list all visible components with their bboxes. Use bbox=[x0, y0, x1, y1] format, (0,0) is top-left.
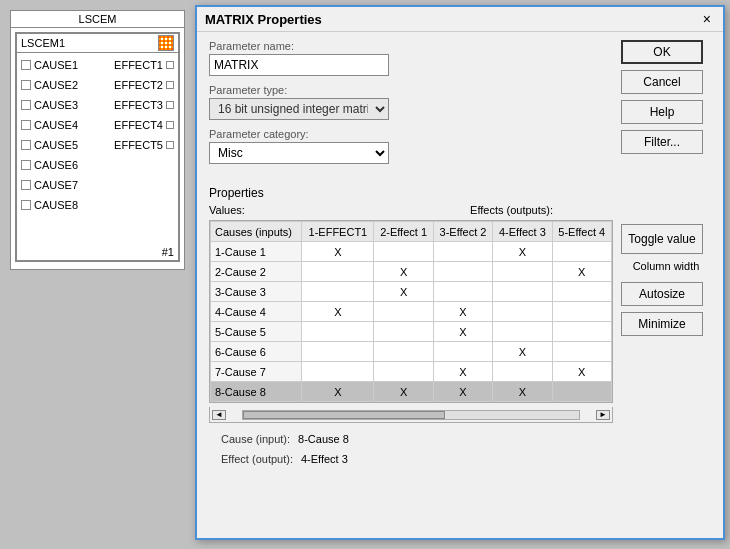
properties-content: Values: Effects (outputs): Causes (input… bbox=[209, 204, 711, 469]
scroll-right-button[interactable]: ► bbox=[596, 410, 610, 420]
cause-cell: 5-Cause 5 bbox=[211, 322, 302, 342]
dialog-form: Parameter name: Parameter type: 16 bit u… bbox=[209, 40, 611, 172]
matrix-cell[interactable] bbox=[433, 342, 492, 362]
col-header-effect2: 2-Effect 1 bbox=[374, 222, 433, 242]
matrix-cell[interactable] bbox=[493, 322, 552, 342]
matrix-cell[interactable] bbox=[493, 302, 552, 322]
cause5-label: CAUSE5 bbox=[34, 139, 78, 151]
filter-button[interactable]: Filter... bbox=[621, 130, 703, 154]
param-type-select[interactable]: 16 bit unsigned integer matri... bbox=[209, 98, 389, 120]
cause1-checkbox[interactable] bbox=[21, 60, 31, 70]
matrix-cell[interactable]: X bbox=[493, 382, 552, 402]
table-row[interactable]: 7-Cause 7 X X bbox=[211, 362, 612, 382]
matrix-cell[interactable] bbox=[302, 342, 374, 362]
scroll-left-button[interactable]: ◄ bbox=[212, 410, 226, 420]
matrix-cell[interactable]: X bbox=[552, 362, 611, 382]
matrix-cell[interactable]: X bbox=[433, 322, 492, 342]
autosize-button[interactable]: Autosize bbox=[621, 282, 703, 306]
matrix-cell[interactable] bbox=[493, 282, 552, 302]
matrix-cell[interactable]: X bbox=[433, 362, 492, 382]
cause8-checkbox[interactable] bbox=[21, 200, 31, 210]
lscem-title: LSCEM bbox=[11, 11, 184, 28]
table-row[interactable]: 6-Cause 6 X bbox=[211, 342, 612, 362]
matrix-cell[interactable] bbox=[374, 322, 433, 342]
matrix-cell[interactable] bbox=[374, 242, 433, 262]
matrix-cell[interactable] bbox=[433, 242, 492, 262]
effect5-port bbox=[166, 141, 174, 149]
lscem-panel: LSCEM LSCEM1 CAUSE1 EFFECT1 CAUSE2 bbox=[10, 10, 185, 270]
matrix-properties-dialog: MATRIX Properties × Parameter name: Para… bbox=[195, 5, 725, 540]
horizontal-scrollbar[interactable]: ◄ ► bbox=[209, 407, 613, 423]
ok-button[interactable]: OK bbox=[621, 40, 703, 64]
table-row[interactable]: 5-Cause 5 X bbox=[211, 322, 612, 342]
param-name-input[interactable] bbox=[209, 54, 389, 76]
matrix-cell[interactable]: X bbox=[302, 242, 374, 262]
table-row[interactable]: 1-Cause 1 X X bbox=[211, 242, 612, 262]
matrix-cell[interactable]: X bbox=[552, 262, 611, 282]
matrix-cell[interactable] bbox=[552, 342, 611, 362]
cause6-checkbox[interactable] bbox=[21, 160, 31, 170]
cause-status-row: Cause (input): 8-Cause 8 bbox=[209, 429, 613, 449]
table-row[interactable]: 4-Cause 4 X X bbox=[211, 302, 612, 322]
matrix-cell[interactable] bbox=[302, 362, 374, 382]
matrix-cell[interactable] bbox=[552, 282, 611, 302]
cause7-checkbox[interactable] bbox=[21, 180, 31, 190]
matrix-cell[interactable] bbox=[302, 282, 374, 302]
table-row[interactable]: 3-Cause 3 X bbox=[211, 282, 612, 302]
properties-label: Properties bbox=[209, 186, 711, 200]
close-button[interactable]: × bbox=[699, 11, 715, 27]
help-button[interactable]: Help bbox=[621, 100, 703, 124]
scrollbar-thumb[interactable] bbox=[243, 411, 445, 419]
matrix-cell[interactable]: X bbox=[374, 382, 433, 402]
cause2-checkbox[interactable] bbox=[21, 80, 31, 90]
scrollbar-track[interactable] bbox=[242, 410, 580, 420]
matrix-cell[interactable] bbox=[552, 322, 611, 342]
matrix-cell[interactable]: X bbox=[433, 302, 492, 322]
param-name-label: Parameter name: bbox=[209, 40, 611, 52]
cause3-checkbox[interactable] bbox=[21, 100, 31, 110]
matrix-cell[interactable] bbox=[493, 262, 552, 282]
table-row[interactable]: 2-Cause 2 X X bbox=[211, 262, 612, 282]
minimize-button[interactable]: Minimize bbox=[621, 312, 703, 336]
effect1-port bbox=[166, 61, 174, 69]
cause-status-value: 8-Cause 8 bbox=[298, 433, 349, 445]
cancel-button[interactable]: Cancel bbox=[621, 70, 703, 94]
matrix-cell[interactable] bbox=[374, 342, 433, 362]
lscem-inner: LSCEM1 CAUSE1 EFFECT1 CAUSE2 bbox=[15, 32, 180, 262]
cause5-checkbox[interactable] bbox=[21, 140, 31, 150]
matrix-cell[interactable] bbox=[552, 382, 611, 402]
table-row-selected[interactable]: 8-Cause 8 X X X X bbox=[211, 382, 612, 402]
instance-number: #1 bbox=[162, 246, 174, 258]
status-area: Cause (input): 8-Cause 8 Effect (output)… bbox=[209, 429, 613, 469]
param-category-select[interactable]: Misc bbox=[209, 142, 389, 164]
dialog-buttons: OK Cancel Help Filter... bbox=[621, 40, 711, 172]
matrix-container: Causes (inputs) 1-EFFECT1 2-Effect 1 3-E… bbox=[209, 220, 613, 403]
matrix-cell[interactable]: X bbox=[493, 342, 552, 362]
matrix-labels: Values: Effects (outputs): bbox=[209, 204, 613, 218]
toggle-value-button[interactable]: Toggle value bbox=[621, 224, 703, 254]
matrix-cell[interactable] bbox=[552, 242, 611, 262]
matrix-cell[interactable] bbox=[374, 302, 433, 322]
matrix-cell[interactable]: X bbox=[302, 382, 374, 402]
matrix-cell[interactable] bbox=[493, 362, 552, 382]
param-name-group: Parameter name: bbox=[209, 40, 611, 76]
effect-status-value: 4-Effect 3 bbox=[301, 453, 348, 465]
matrix-cell[interactable]: X bbox=[302, 302, 374, 322]
matrix-cell[interactable]: X bbox=[493, 242, 552, 262]
effect1-label: EFFECT1 bbox=[114, 59, 163, 71]
param-category-group: Parameter category: Misc bbox=[209, 128, 611, 164]
matrix-cell[interactable]: X bbox=[374, 282, 433, 302]
matrix-cell[interactable] bbox=[552, 302, 611, 322]
matrix-cell[interactable] bbox=[433, 262, 492, 282]
properties-section: Properties Values: Effects (outputs): Ca… bbox=[197, 180, 723, 475]
matrix-cell[interactable] bbox=[433, 282, 492, 302]
cause4-checkbox[interactable] bbox=[21, 120, 31, 130]
matrix-cell[interactable]: X bbox=[433, 382, 492, 402]
dialog-titlebar: MATRIX Properties × bbox=[197, 7, 723, 32]
matrix-cell[interactable] bbox=[302, 322, 374, 342]
list-item: CAUSE4 EFFECT4 bbox=[21, 115, 174, 135]
matrix-cell[interactable] bbox=[374, 362, 433, 382]
list-item: CAUSE6 bbox=[21, 155, 174, 175]
matrix-cell[interactable]: X bbox=[374, 262, 433, 282]
matrix-cell[interactable] bbox=[302, 262, 374, 282]
